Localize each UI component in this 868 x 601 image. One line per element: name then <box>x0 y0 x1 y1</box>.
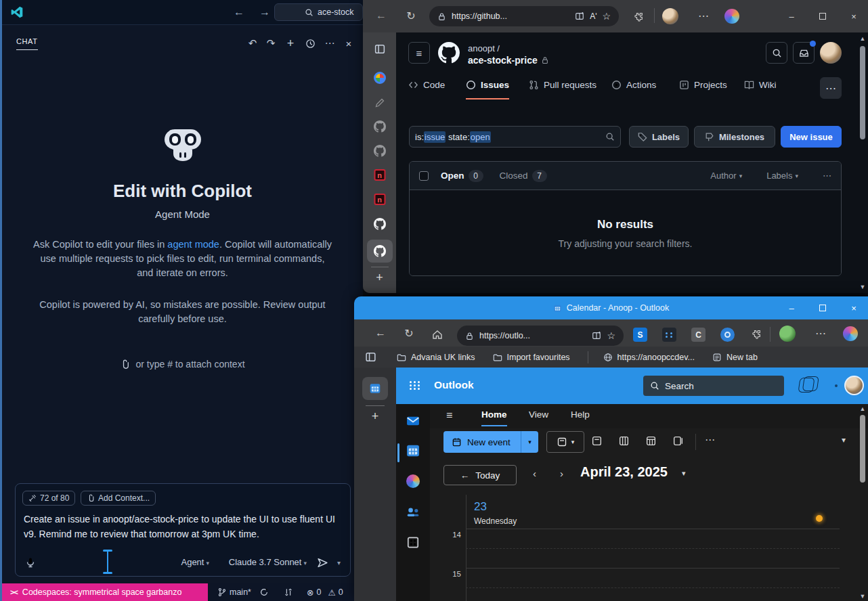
split-screen-icon[interactable] <box>592 331 601 340</box>
new-chat-icon[interactable]: + <box>283 36 298 51</box>
github-avatar[interactable] <box>820 42 842 64</box>
extensions-icon[interactable] <box>631 9 646 22</box>
search-button[interactable] <box>766 42 787 64</box>
labels-filter[interactable]: Labels▾ <box>766 171 798 181</box>
people-icon[interactable] <box>406 506 420 520</box>
history-back-icon[interactable]: ← <box>232 5 246 19</box>
more-menu-icon[interactable]: ⋯ <box>696 9 711 22</box>
tab-chat[interactable]: CHAT <box>16 37 38 50</box>
chat-message-text[interactable]: Create an issue in anoopt/ace-stock-pric… <box>24 512 339 541</box>
github-logo-icon[interactable] <box>438 42 460 64</box>
undo-icon[interactable]: ↶ <box>245 36 260 51</box>
tab-google-icon[interactable] <box>374 72 386 84</box>
scrollbar-thumb[interactable] <box>860 46 865 139</box>
send-options-chevron-icon[interactable]: ▾ <box>337 559 341 566</box>
scroll-up-icon[interactable]: ▲ <box>859 35 867 42</box>
address-bar[interactable]: https://github... Aʹ ☆ <box>429 6 619 26</box>
chat-history-icon[interactable] <box>303 36 318 51</box>
milestones-button[interactable]: Milestones <box>694 126 775 148</box>
extension-c-icon[interactable]: C <box>691 328 706 342</box>
home-icon[interactable] <box>430 327 445 340</box>
toolbar-overflow-icon[interactable]: ⋯ <box>705 434 715 446</box>
inbox-button[interactable] <box>793 42 815 64</box>
more-menu-icon[interactable]: ⋯ <box>813 327 828 340</box>
open-filter[interactable]: Open0 <box>441 170 483 182</box>
repo-name[interactable]: ace-stock-price <box>468 55 549 66</box>
tab-actions-icon[interactable] <box>365 351 376 363</box>
date-heading[interactable]: April 23, 2025 <box>580 464 668 480</box>
tab-n-icon[interactable]: n <box>374 169 385 181</box>
list-overflow-icon[interactable]: ⋯ <box>823 171 831 181</box>
ribbon-hamburger-icon[interactable]: ≡ <box>446 409 452 422</box>
tab-help[interactable]: Help <box>571 409 590 425</box>
labels-button[interactable]: Labels <box>629 126 689 148</box>
quota-chip[interactable]: 72 of 80 <box>22 491 75 506</box>
back-icon[interactable]: ← <box>374 9 389 22</box>
page-scrollbar[interactable]: ▲ ▼ <box>859 405 867 600</box>
favorite-folder[interactable]: Import favourites <box>493 353 570 362</box>
new-tab-icon[interactable]: + <box>372 409 379 424</box>
tab-github-icon[interactable] <box>374 120 386 133</box>
extension-circle-icon[interactable] <box>720 328 735 342</box>
extension-grid-icon[interactable] <box>662 328 676 342</box>
more-actions-icon[interactable]: ⋯ <box>322 36 337 51</box>
tab-github-active-icon[interactable] <box>374 245 386 257</box>
back-icon[interactable]: ← <box>373 327 388 339</box>
tab-outlook-favicon[interactable] <box>369 382 381 395</box>
date-picker-chevron-icon[interactable]: ▾ <box>682 469 686 478</box>
repo-owner[interactable]: anoopt / <box>468 43 500 53</box>
scrollbar-thumb[interactable] <box>860 415 865 483</box>
maximize-icon[interactable] <box>814 8 831 24</box>
extensions-icon[interactable] <box>749 327 764 340</box>
mail-icon[interactable] <box>406 414 420 428</box>
collapse-ribbon-chevron-icon[interactable]: ▾ <box>842 435 846 445</box>
split-screen-icon[interactable] <box>575 12 584 21</box>
waffle-menu-icon[interactable] <box>410 381 420 390</box>
scroll-up-icon[interactable]: ▲ <box>859 405 867 412</box>
more-apps-icon[interactable] <box>406 535 420 550</box>
send-button[interactable] <box>317 557 328 569</box>
tab-home[interactable]: Home <box>481 409 507 426</box>
model-picker[interactable]: Claude 3.7 Sonnet▾ <box>229 557 307 567</box>
favorite-star-icon[interactable]: ☆ <box>607 330 615 341</box>
redo-icon[interactable]: ↷ <box>263 36 278 51</box>
page-scrollbar[interactable]: ▲ ▼ <box>859 35 867 290</box>
tab-github-icon[interactable] <box>374 145 386 157</box>
tab-projects[interactable]: Projects <box>679 80 727 98</box>
refresh-icon[interactable]: ↻ <box>402 327 416 340</box>
close-icon[interactable]: × <box>845 8 863 24</box>
address-bar[interactable]: https://outlo... ☆ <box>457 326 624 346</box>
favorite-folder[interactable]: Advania UK links <box>397 353 475 362</box>
edge-copilot-icon[interactable] <box>843 326 858 341</box>
problems-indicator[interactable]: ⊗ 0 ⚠ 0 <box>307 587 343 598</box>
command-center-search[interactable]: ace-stock <box>274 3 363 21</box>
microphone-icon[interactable] <box>25 557 36 568</box>
minimize-icon[interactable]: – <box>783 8 800 24</box>
extension-sharepoint-icon[interactable]: S <box>633 328 647 342</box>
scroll-down-icon[interactable]: ▼ <box>859 284 867 290</box>
close-panel-icon[interactable]: × <box>341 36 356 51</box>
tab-code[interactable]: Code <box>408 80 445 98</box>
closed-filter[interactable]: Closed7 <box>500 170 547 182</box>
git-compare-indicator[interactable] <box>284 587 293 597</box>
today-button[interactable]: ←Today <box>443 465 517 485</box>
tab-view[interactable]: View <box>529 409 548 425</box>
tab-n-icon[interactable]: n <box>374 194 385 205</box>
read-aloud-icon[interactable]: Aʹ <box>590 12 596 21</box>
copilot-icon[interactable] <box>406 474 420 488</box>
view-workweek-icon[interactable] <box>591 435 603 447</box>
maximize-icon[interactable] <box>814 300 831 316</box>
minimize-icon[interactable]: – <box>783 300 800 316</box>
agent-mode-link[interactable]: agent mode <box>167 239 219 250</box>
select-all-checkbox[interactable] <box>419 171 429 181</box>
view-week-icon[interactable] <box>618 435 630 447</box>
outlook-avatar[interactable] <box>844 376 864 395</box>
chat-input-box[interactable]: 72 of 80 Add Context... Create an issue … <box>15 483 351 577</box>
browser-profile-avatar[interactable] <box>662 8 678 24</box>
tab-pull-requests[interactable]: Pull requests <box>529 80 596 98</box>
new-event-dropdown-icon[interactable]: ▾ <box>521 431 538 453</box>
view-split-icon[interactable] <box>672 435 684 447</box>
search-submit-icon[interactable] <box>605 132 615 141</box>
browser-profile-avatar[interactable] <box>779 326 796 342</box>
favorite-star-icon[interactable]: ☆ <box>602 11 611 22</box>
